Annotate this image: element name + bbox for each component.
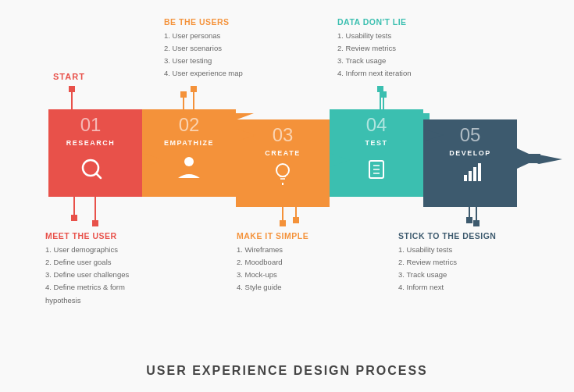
annotation-be-users-title: BE THE USERS — [164, 17, 272, 27]
infographic: 01 02 03 04 05 RESEARCH EMPATHIZE CREATE… — [0, 0, 574, 392]
svg-text:EMPATHIZE: EMPATHIZE — [164, 139, 214, 147]
svg-rect-38 — [280, 220, 286, 226]
svg-text:RESEARCH: RESEARCH — [66, 139, 116, 147]
svg-text:01: 01 — [80, 114, 102, 135]
svg-point-55 — [184, 157, 194, 166]
annotation-simple-item-2: 2. Moodboard — [237, 256, 330, 269]
annotation-data-item-4: 4. Inform next iteration — [337, 67, 451, 80]
svg-rect-65 — [478, 163, 481, 181]
svg-rect-40 — [377, 86, 383, 92]
svg-text:04: 04 — [366, 114, 387, 135]
svg-rect-32 — [69, 86, 75, 92]
annotation-be-users-item-3: 3. User testing — [164, 55, 272, 67]
main-title: USER EXPERIENCE DESIGN PROCESS — [146, 364, 428, 378]
svg-text:DEVELOP: DEVELOP — [449, 149, 491, 157]
annotation-data-item-2: 2. Review metrics — [337, 42, 451, 55]
annotation-data-item-1: 1. Usability tests — [337, 30, 451, 42]
annotation-make-it-simple: MAKE IT SIMPLE 1. Wireframes 2. Moodboar… — [237, 231, 330, 294]
annotation-meet-the-user: MEET THE USER 1. User demographics 2. De… — [45, 231, 155, 307]
annotation-simple-item-1: 1. Wireframes — [237, 244, 330, 256]
svg-rect-63 — [469, 171, 472, 181]
annotation-be-the-users: BE THE USERS 1. User personas 2. User sc… — [164, 17, 272, 80]
annotation-stick-item-4: 4. Inform next — [398, 281, 515, 294]
svg-rect-64 — [473, 167, 476, 181]
annotation-meet-item-2: 2. Define user goals — [45, 256, 155, 269]
annotation-data-dont-lie: DATA DON'T LIE 1. Usability tests 2. Rev… — [337, 17, 451, 80]
svg-text:05: 05 — [460, 124, 481, 145]
annotation-stick-item-2: 2. Review metrics — [398, 256, 515, 269]
annotation-meet-item-1: 1. User demographics — [45, 244, 155, 256]
svg-rect-62 — [464, 175, 467, 181]
svg-rect-42 — [473, 220, 480, 226]
annotation-be-users-item-4: 4. User experience map — [164, 67, 272, 80]
annotation-be-users-item-2: 2. User scenarios — [164, 42, 272, 55]
svg-rect-30 — [517, 154, 540, 163]
annotation-stick-item-1: 1. Usability tests — [398, 244, 515, 256]
annotation-stick-title: STICK TO THE DESIGN — [398, 231, 515, 241]
svg-text:TEST: TEST — [365, 139, 387, 147]
annotation-simple-item-4: 4. Style guide — [237, 281, 330, 294]
svg-rect-34 — [92, 220, 98, 226]
annotation-stick-to-design: STICK TO THE DESIGN 1. Usability tests 2… — [398, 231, 515, 294]
annotation-stick-item-3: 3. Track usage — [398, 269, 515, 281]
annotation-meet-title: MEET THE USER — [45, 231, 155, 241]
annotation-meet-item-4: 4. Define metrics & form hypothesis — [45, 281, 155, 306]
annotation-be-users-item-1: 1. User personas — [164, 30, 272, 42]
annotation-simple-item-3: 3. Mock-ups — [237, 269, 330, 281]
svg-text:CREATE: CREATE — [265, 149, 300, 157]
svg-rect-36 — [191, 86, 197, 92]
annotation-meet-item-3: 3. Define user challenges — [45, 269, 155, 281]
start-label: START — [53, 72, 85, 81]
annotation-simple-title: MAKE IT SIMPLE — [237, 231, 330, 241]
main-flow: 01 02 03 04 05 RESEARCH EMPATHIZE CREATE… — [0, 0, 574, 392]
annotation-data-title: DATA DON'T LIE — [337, 17, 451, 27]
svg-text:02: 02 — [179, 114, 200, 135]
annotation-data-item-3: 3. Track usage — [337, 55, 451, 67]
svg-text:03: 03 — [273, 124, 294, 145]
